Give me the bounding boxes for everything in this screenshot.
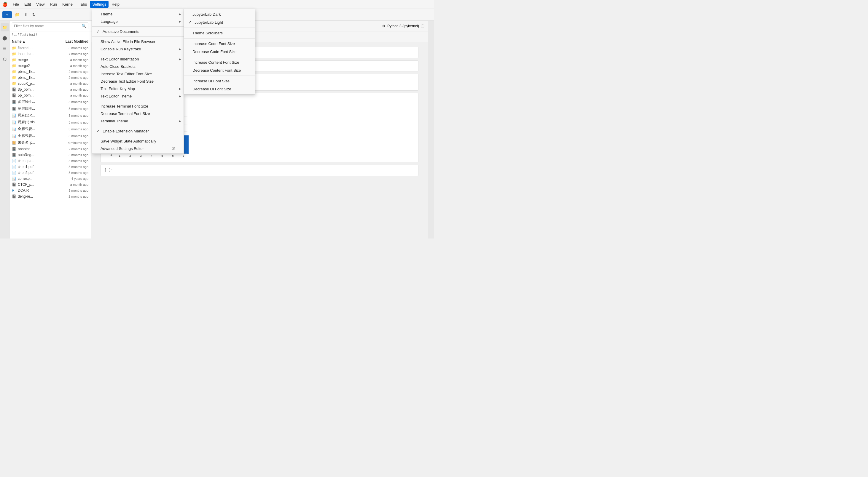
search-icon: 🔍	[82, 24, 86, 28]
theme-submenu: JupyterLab DarkJupyterLab LightTheme Scr…	[184, 9, 255, 95]
list-item[interactable]: 📁 merge2 a month ago	[9, 63, 91, 69]
file-name: annotati...	[18, 147, 56, 151]
sidebar-files-icon[interactable]: 📁	[1, 23, 9, 31]
settings-menu-item[interactable]: Terminal Theme	[92, 117, 184, 125]
menu-edit[interactable]: Edit	[22, 1, 33, 8]
settings-menu-item[interactable]: Auto Close Brackets	[92, 63, 184, 70]
settings-gear-icon[interactable]: ⚙	[382, 24, 385, 28]
file-name: 多层线性...	[18, 99, 56, 104]
file-browser-header: 🔍	[9, 21, 91, 31]
settings-menu-item[interactable]: Increase Text Editor Font Size	[92, 70, 184, 78]
list-item[interactable]: 📓 autoReg... 3 months ago	[9, 152, 91, 158]
sidebar-extensions-icon[interactable]: ⬡	[1, 55, 9, 63]
list-item[interactable]: R DCA.R 3 months ago	[9, 188, 91, 194]
file-date: 3 months ago	[56, 107, 88, 110]
list-item[interactable]: 📓 5p_pbm... a month ago	[9, 93, 91, 98]
svg-text:1: 1	[119, 155, 120, 157]
menu-divider	[92, 36, 184, 37]
file-name: DCA.R	[18, 189, 56, 193]
file-name: 局麻(1).xls	[18, 120, 56, 125]
settings-menu-item[interactable]: Autosave Documents	[92, 28, 184, 35]
refresh-button[interactable]: ↻	[31, 11, 37, 18]
list-item[interactable]: 📓 CTCF_p... a month ago	[9, 182, 91, 188]
menu-view[interactable]: View	[34, 1, 47, 8]
search-box[interactable]: 🔍	[12, 23, 88, 29]
file-name: 3p_pbm...	[18, 88, 56, 92]
list-item[interactable]: 📄 chen2.pdf 3 months ago	[9, 170, 91, 176]
theme-menu-item[interactable]: Increase Content Font Size	[184, 58, 255, 66]
list-item[interactable]: 📁 soupX_p... a month ago	[9, 80, 91, 87]
settings-menu-item[interactable]: Console Run Keystroke	[92, 45, 184, 53]
sidebar-running-icon[interactable]: ⬤	[1, 34, 9, 42]
file-name: input_ba...	[18, 52, 56, 56]
file-type-icon: 📊	[12, 134, 17, 138]
theme-menu-item[interactable]: Decrease Content Font Size	[184, 66, 255, 74]
settings-menu-item[interactable]: Advanced Settings Editor⌘ ,	[92, 145, 184, 152]
file-list: 📁 filtered_... 3 months ago 📁 input_ba..…	[9, 45, 91, 238]
settings-menu-item[interactable]: Language	[92, 18, 184, 25]
list-item[interactable]: 📊 局麻(1).c... 3 months ago	[9, 112, 91, 119]
theme-menu-item[interactable]: JupyterLab Dark	[184, 10, 255, 19]
list-item[interactable]: 📊 全麻气管... 3 months ago	[9, 132, 91, 139]
settings-menu-item[interactable]: Text Editor Theme	[92, 93, 184, 100]
file-type-icon: 📓	[12, 147, 17, 151]
list-item[interactable]: 📓 annotati... 2 months ago	[9, 146, 91, 152]
list-item[interactable]: 📄 chen_pa... 3 months ago	[9, 158, 91, 164]
search-input[interactable]	[14, 24, 81, 28]
file-type-icon: 📓	[12, 153, 17, 157]
menu-help[interactable]: Help	[109, 1, 122, 8]
theme-separator	[184, 57, 255, 57]
list-item[interactable]: 📔 未命名.ip... 4 minutes ago	[9, 139, 91, 146]
list-item[interactable]: 📄 chen1.pdf 3 months ago	[9, 164, 91, 170]
upload-button[interactable]: ⬆	[23, 11, 29, 18]
menu-file[interactable]: File	[10, 1, 21, 8]
file-name: 5p_pbm...	[18, 93, 56, 98]
file-type-icon: R	[12, 189, 17, 193]
menu-divider	[92, 126, 184, 126]
settings-menu-item[interactable]: Theme	[92, 10, 184, 18]
list-item[interactable]: 📓 3p_pbm... a month ago	[9, 87, 91, 93]
file-name: CTCF_p...	[18, 182, 56, 186]
theme-menu-item[interactable]: Decrease Code Font Size	[184, 48, 255, 56]
list-item[interactable]: 📊 corresp... 4 years ago	[9, 176, 91, 182]
file-type-icon: 📁	[12, 58, 17, 62]
list-item[interactable]: 📓 多层线性... 3 months ago	[9, 98, 91, 105]
theme-menu-item[interactable]: Decrease UI Font Size	[184, 85, 255, 93]
svg-text:6: 6	[172, 155, 174, 157]
settings-menu-item[interactable]: Increase Terminal Font Size	[92, 103, 184, 110]
list-item[interactable]: 📁 pbmc_1k... 2 months ago	[9, 75, 91, 80]
list-item[interactable]: 📁 input_ba... 7 months ago	[9, 51, 91, 57]
file-name: 局麻(1).c...	[18, 113, 56, 118]
open-folder-button[interactable]: 📁	[13, 11, 21, 18]
settings-menu-item[interactable]: Enable Extension Manager	[92, 127, 184, 135]
file-name: corresp...	[18, 177, 56, 181]
name-column-label: Name	[12, 39, 22, 43]
list-item[interactable]: 📁 merge a month ago	[9, 57, 91, 63]
theme-menu-item[interactable]: Increase Code Font Size	[184, 40, 255, 48]
kernel-status-circle	[421, 24, 424, 28]
settings-menu-item[interactable]: Save Widget State Automatically	[92, 137, 184, 145]
list-item[interactable]: 📓 多层线性... 3 months ago	[9, 105, 91, 112]
theme-menu-item[interactable]: JupyterLab Light	[184, 19, 255, 26]
sidebar-toc-icon[interactable]: ☰	[1, 44, 9, 53]
file-date: 3 months ago	[56, 134, 88, 138]
theme-menu-item[interactable]: Theme Scrollbars	[184, 29, 255, 37]
menu-tabs[interactable]: Tabs	[76, 1, 89, 8]
settings-menu-item[interactable]: Text Editor Indentation	[92, 56, 184, 63]
list-item[interactable]: 📊 全麻气管... 3 months ago	[9, 126, 91, 132]
output-cell: [ ]:	[100, 165, 418, 176]
list-item[interactable]: 📁 pbmc_1k... 2 months ago	[9, 69, 91, 75]
file-name: filtered_...	[18, 46, 56, 50]
settings-menu-item[interactable]: Decrease Terminal Font Size	[92, 110, 184, 117]
new-button[interactable]: +	[2, 11, 12, 18]
settings-menu-item[interactable]: Text Editor Key Map	[92, 85, 184, 93]
list-item[interactable]: 📓 deng-re... 2 months ago	[9, 194, 91, 199]
settings-menu-item[interactable]: Decrease Text Editor Font Size	[92, 78, 184, 85]
menu-kernel[interactable]: Kernel	[60, 1, 76, 8]
theme-menu-item[interactable]: Increase UI Font Size	[184, 77, 255, 85]
list-item[interactable]: 📊 局麻(1).xls 3 months ago	[9, 119, 91, 126]
list-item[interactable]: 📁 filtered_... 3 months ago	[9, 45, 91, 51]
settings-menu-item[interactable]: Show Active File in File Browser	[92, 38, 184, 45]
menu-run[interactable]: Run	[48, 1, 59, 8]
menu-settings[interactable]: Settings	[90, 1, 108, 8]
